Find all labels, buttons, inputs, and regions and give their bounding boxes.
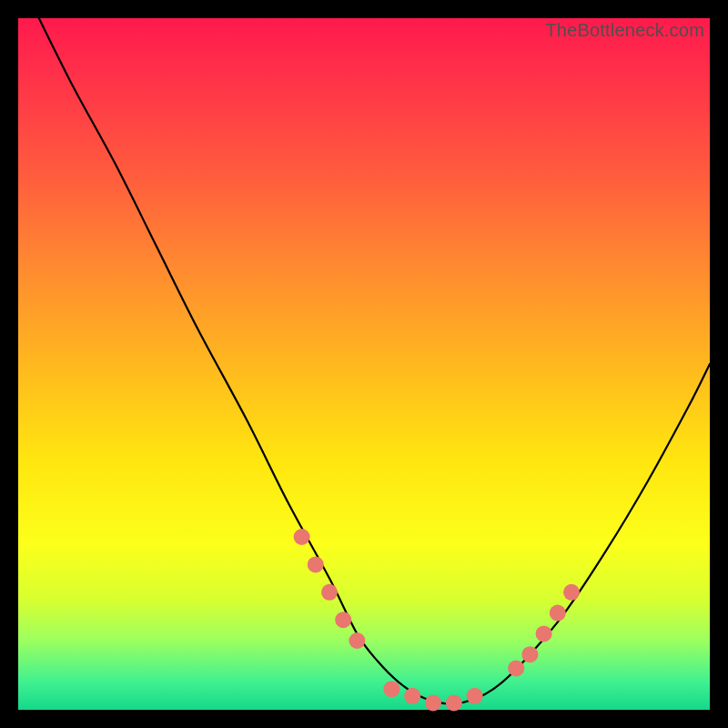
bottleneck-curve	[39, 18, 710, 703]
highlight-marker	[383, 681, 399, 697]
highlight-marker	[349, 632, 365, 649]
highlight-marker	[321, 584, 338, 601]
highlight-marker	[308, 556, 324, 572]
highlight-marker	[446, 694, 462, 711]
highlight-markers	[294, 529, 580, 711]
highlight-marker	[467, 688, 483, 704]
highlight-marker	[563, 584, 580, 601]
chart-frame: TheBottleneck.com	[18, 18, 710, 710]
highlight-marker	[550, 605, 566, 622]
highlight-marker	[521, 646, 538, 662]
attribution-text: TheBottleneck.com	[545, 20, 704, 41]
highlight-marker	[294, 529, 310, 545]
chart-svg	[18, 18, 710, 710]
highlight-marker	[425, 694, 441, 711]
highlight-marker	[404, 688, 420, 704]
highlight-marker	[508, 660, 524, 676]
highlight-marker	[335, 612, 351, 628]
highlight-marker	[536, 625, 552, 642]
